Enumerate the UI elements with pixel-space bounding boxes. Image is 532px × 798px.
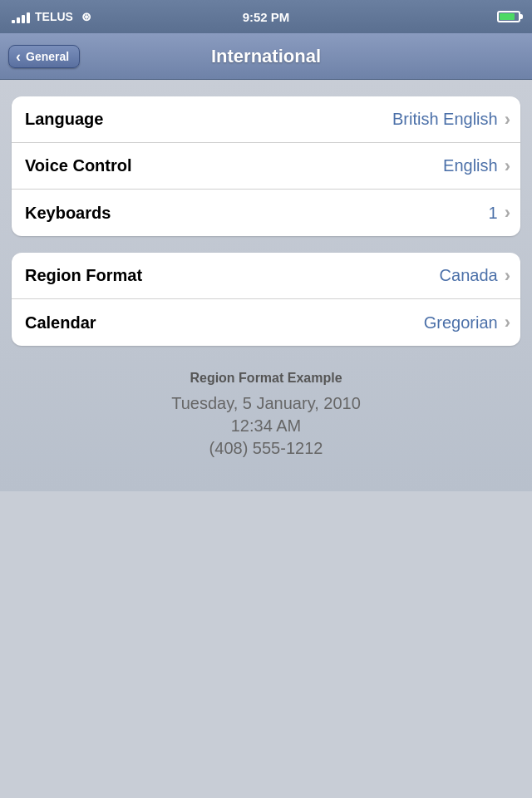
signal-bar-3 [22, 15, 25, 23]
voice-control-label: Voice Control [25, 156, 132, 175]
region-example-phone: (408) 555-1212 [12, 439, 520, 458]
language-value-container: British English › [392, 109, 507, 131]
voice-control-row[interactable]: Voice Control English › [12, 143, 520, 190]
region-example-title: Region Format Example [12, 371, 520, 386]
language-chevron-icon: › [505, 109, 510, 131]
keyboards-value-container: 1 › [489, 202, 507, 224]
calendar-label: Calendar [25, 313, 96, 332]
settings-group-1: Language British English › Voice Control… [12, 96, 520, 236]
region-format-value: Canada [440, 266, 498, 285]
status-time: 9:52 PM [243, 10, 290, 24]
calendar-chevron-icon: › [505, 312, 510, 333]
region-format-label: Region Format [25, 266, 142, 285]
calendar-value: Gregorian [424, 313, 498, 332]
nav-bar: General International [0, 33, 532, 80]
signal-bar-4 [27, 12, 30, 23]
battery-icon [497, 11, 520, 22]
keyboards-chevron-icon: › [505, 202, 510, 224]
language-row[interactable]: Language British English › [12, 96, 520, 143]
status-left: TELUS ⊛ [12, 10, 91, 23]
status-bar: TELUS ⊛ 9:52 PM [0, 0, 532, 33]
voice-control-value: English [443, 156, 498, 175]
keyboards-row[interactable]: Keyboards 1 › [12, 190, 520, 236]
keyboards-value: 1 [489, 204, 498, 223]
carrier-label: TELUS [35, 10, 73, 23]
nav-title: International [211, 46, 321, 67]
signal-bar-1 [12, 20, 15, 23]
language-value: British English [392, 110, 498, 129]
region-example-date: Tuesday, 5 January, 2010 [12, 394, 520, 413]
region-format-value-container: Canada › [440, 265, 507, 287]
signal-bar-2 [17, 17, 20, 23]
calendar-value-container: Gregorian › [424, 312, 507, 333]
voice-control-chevron-icon: › [505, 155, 510, 177]
calendar-row[interactable]: Calendar Gregorian › [12, 299, 520, 346]
region-format-example: Region Format Example Tuesday, 5 January… [12, 362, 520, 475]
region-format-row[interactable]: Region Format Canada › [12, 253, 520, 299]
battery-fill [500, 13, 515, 20]
status-right [497, 11, 520, 22]
region-example-time: 12:34 AM [12, 416, 520, 436]
voice-control-value-container: English › [443, 155, 507, 177]
keyboards-label: Keyboards [25, 204, 111, 223]
wifi-icon: ⊛ [81, 10, 91, 23]
signal-bars [12, 10, 30, 23]
settings-group-2: Region Format Canada › Calendar Gregoria… [12, 253, 520, 346]
region-format-chevron-icon: › [505, 265, 510, 287]
content-area: Language British English › Voice Control… [0, 80, 532, 491]
language-label: Language [25, 110, 103, 129]
back-button[interactable]: General [8, 45, 80, 68]
